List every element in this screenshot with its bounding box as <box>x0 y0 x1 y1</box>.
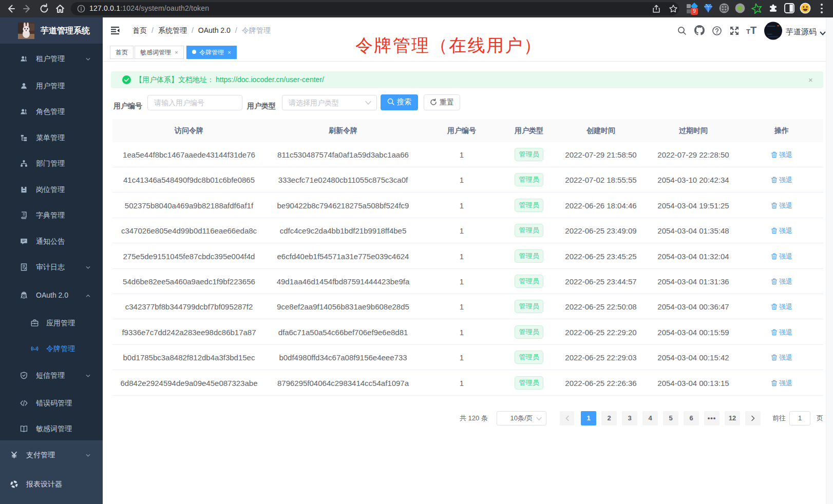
svg-text:a: a <box>34 347 36 351</box>
